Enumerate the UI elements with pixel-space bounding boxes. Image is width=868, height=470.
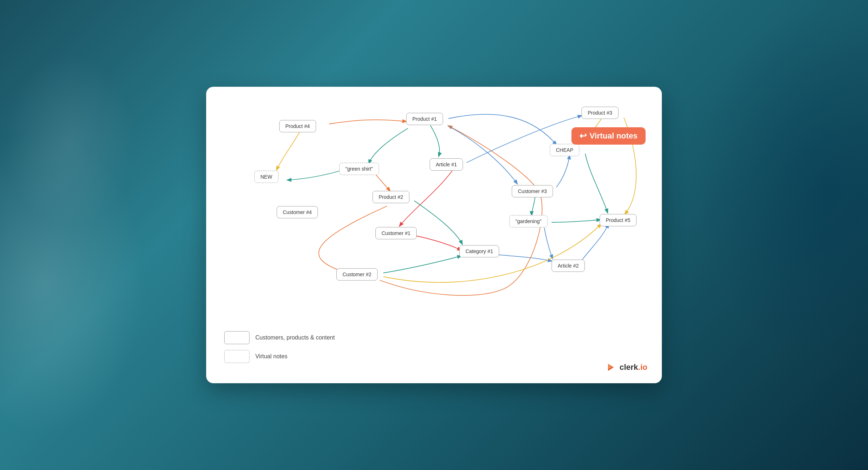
node-product3: Product #3 <box>582 107 618 119</box>
node-customer4: Customer #4 <box>277 206 318 218</box>
node-product4: Product #4 <box>279 120 316 132</box>
virtual-note-badge-label: Virtual notes <box>590 131 638 141</box>
main-card: Product #1 Product #2 Product #3 Product… <box>206 87 662 383</box>
node-article2: Article #2 <box>552 260 585 272</box>
node-gardening: "gardening" <box>509 215 548 227</box>
node-customer1: Customer #1 <box>375 227 417 239</box>
clerk-logo-icon <box>605 362 617 373</box>
virtual-note-badge: ↩ Virtual notes <box>571 127 646 145</box>
legend-item-dashed: Virtual notes <box>224 350 335 363</box>
arrow-icon: ↩ <box>579 131 587 141</box>
node-customer2: Customer #2 <box>336 268 378 281</box>
clerk-logo: clerk.io <box>605 362 647 373</box>
node-customer3: Customer #3 <box>512 185 553 197</box>
clerk-logo-text: clerk.io <box>620 363 647 372</box>
node-cheap: CHEAP <box>550 144 579 156</box>
node-article1: Article #1 <box>430 158 463 171</box>
legend-dashed-label: Virtual notes <box>255 353 288 360</box>
node-category1: Category #1 <box>459 245 499 257</box>
legend: Customers, products & content Virtual no… <box>224 331 335 369</box>
legend-box-dashed <box>224 350 250 363</box>
diagram-area: Product #1 Product #2 Product #3 Product… <box>206 87 662 383</box>
node-new: NEW <box>254 171 278 183</box>
node-product5: Product #5 <box>600 214 637 226</box>
node-greenshirt: "green shirt" <box>339 163 379 175</box>
legend-solid-label: Customers, products & content <box>255 334 335 341</box>
legend-box-solid <box>224 331 250 344</box>
node-product2: Product #2 <box>373 191 409 203</box>
node-product1: Product #1 <box>406 113 443 125</box>
legend-item-solid: Customers, products & content <box>224 331 335 344</box>
